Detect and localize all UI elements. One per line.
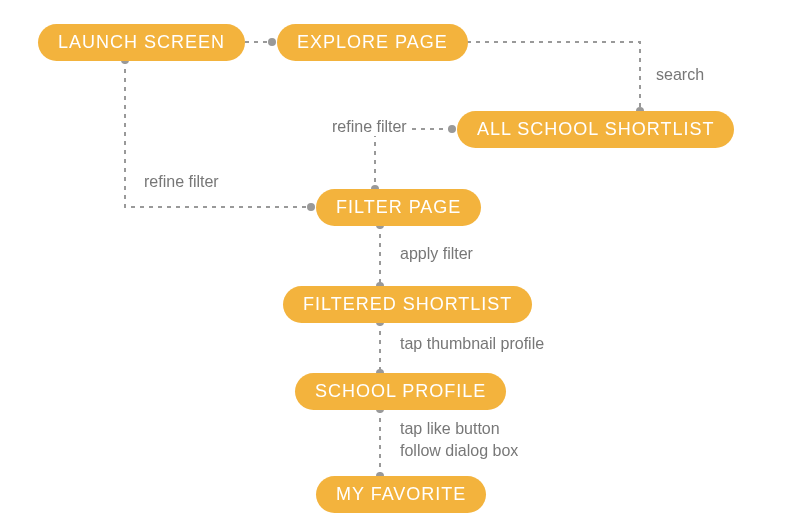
node-launch-screen: LAUNCH SCREEN (38, 24, 245, 61)
edge-label-refine-filter-top: refine filter (330, 118, 409, 136)
edge-label-tap-thumbnail: tap thumbnail profile (398, 335, 546, 353)
edge-label-refine-filter-left: refine filter (142, 173, 221, 191)
node-all-school-shortlist: ALL SCHOOL SHORTLIST (457, 111, 734, 148)
svg-point-4 (448, 125, 456, 133)
edge-label-tap-like-line1: tap like button (398, 420, 502, 438)
svg-point-7 (307, 203, 315, 211)
node-filter-page: FILTER PAGE (316, 189, 481, 226)
node-filtered-shortlist: FILTERED SHORTLIST (283, 286, 532, 323)
node-explore-page: EXPLORE PAGE (277, 24, 468, 61)
svg-point-1 (268, 38, 276, 46)
edge-label-tap-like-line2: follow dialog box (398, 442, 520, 460)
node-my-favorite: MY FAVORITE (316, 476, 486, 513)
edge-label-apply-filter: apply filter (398, 245, 475, 263)
node-school-profile: SCHOOL PROFILE (295, 373, 506, 410)
edge-label-search: search (654, 66, 706, 84)
